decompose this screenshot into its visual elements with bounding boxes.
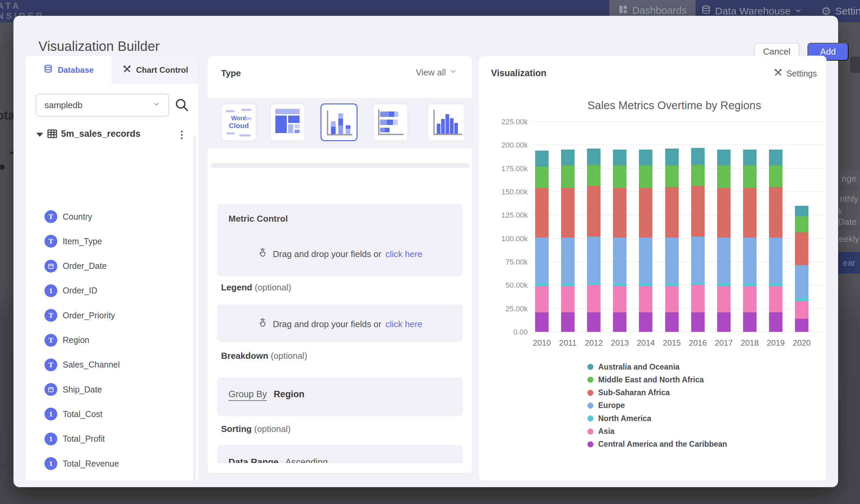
bar-segment[interactable]	[769, 286, 783, 312]
bar-segment[interactable]	[769, 165, 783, 187]
group-by-label[interactable]: Group By	[228, 389, 267, 401]
bar-segment[interactable]	[795, 298, 808, 301]
view-all-button[interactable]: View all	[416, 67, 457, 78]
background-button-5[interactable]: ear	[838, 252, 860, 274]
bar-segment[interactable]	[535, 283, 549, 286]
chart-type-scrollbar[interactable]	[211, 163, 470, 168]
bar-segment[interactable]	[613, 165, 627, 188]
bar-segment[interactable]	[561, 283, 575, 286]
bar-segment[interactable]	[795, 232, 808, 265]
field-item-sales_channel[interactable]: TSales_Channel	[26, 358, 199, 372]
breakdown-groupby-box[interactable]: Group By Region	[217, 378, 463, 416]
click-here-link[interactable]: click here	[386, 319, 422, 330]
bar-segment[interactable]	[587, 165, 601, 186]
bar-segment[interactable]	[639, 149, 653, 165]
bar-segment[interactable]	[587, 312, 601, 332]
bar-segment[interactable]	[691, 236, 705, 282]
field-item-region[interactable]: TRegion	[26, 333, 199, 348]
bar-segment[interactable]	[795, 265, 808, 298]
bar-segment[interactable]	[743, 188, 757, 237]
metric-control-dropzone[interactable]: Metric Control Drag and drop your fields…	[217, 204, 463, 277]
background-button-1[interactable]: nge	[838, 170, 860, 187]
bar-segment[interactable]	[535, 150, 549, 167]
bar-segment[interactable]	[769, 187, 783, 237]
kebab-menu-icon[interactable]	[176, 128, 187, 142]
bar-segment[interactable]	[535, 167, 549, 188]
bar-segment[interactable]	[561, 312, 575, 332]
bar-segment[interactable]	[665, 165, 679, 187]
bar-segment[interactable]	[665, 148, 679, 165]
bar-segment[interactable]	[561, 149, 575, 165]
bar-segment[interactable]	[717, 149, 731, 165]
bar-segment[interactable]	[613, 188, 627, 237]
bar-segment[interactable]	[561, 237, 575, 283]
bar-segment[interactable]	[769, 312, 783, 332]
bar-segment[interactable]	[691, 165, 705, 186]
bar-segment[interactable]	[587, 282, 601, 285]
bar-segment[interactable]	[795, 319, 808, 332]
sorting-box[interactable]: Data Range Ascending	[217, 445, 463, 463]
field-item-country[interactable]: TCountry	[26, 209, 199, 224]
field-item-total_profit[interactable]: 1Total_Profit	[26, 432, 199, 446]
tab-database[interactable]: Database	[26, 56, 112, 84]
bar-segment[interactable]	[769, 237, 783, 283]
field-item-unit_cost[interactable]: 1Unit_Cost	[26, 481, 199, 481]
field-item-item_type[interactable]: TItem_Type	[26, 234, 199, 249]
background-button-4[interactable]: eekly	[838, 230, 860, 248]
bar-segment[interactable]	[665, 286, 679, 312]
search-icon[interactable]	[174, 97, 190, 113]
bar-segment[interactable]	[665, 187, 679, 237]
bar-segment[interactable]	[639, 312, 653, 332]
bar-segment[interactable]	[743, 286, 757, 312]
bar-segment[interactable]	[535, 312, 549, 332]
bar-segment[interactable]	[717, 312, 731, 332]
bar-segment[interactable]	[613, 312, 627, 332]
bar-segment[interactable]	[717, 237, 731, 283]
bar-segment[interactable]	[613, 149, 627, 165]
bar-segment[interactable]	[535, 188, 549, 237]
chart-type-treemap[interactable]	[270, 103, 305, 141]
bar-segment[interactable]	[587, 186, 601, 236]
chart-type-column[interactable]	[427, 103, 464, 141]
bar-segment[interactable]	[639, 283, 653, 286]
bar-segment[interactable]	[639, 165, 653, 188]
bar-segment[interactable]	[535, 286, 549, 312]
bar-segment[interactable]	[613, 237, 627, 283]
tab-chart-control[interactable]: Chart Control	[112, 56, 199, 84]
field-item-order_date[interactable]: Order_Date	[26, 259, 199, 274]
bar-segment[interactable]	[717, 283, 731, 286]
database-select[interactable]: sampledb	[36, 93, 169, 117]
settings-button[interactable]: Settings	[774, 68, 817, 79]
bar-segment[interactable]	[665, 283, 679, 286]
bar-segment[interactable]	[769, 149, 783, 165]
bar-segment[interactable]	[743, 149, 757, 165]
bar-segment[interactable]	[769, 283, 783, 286]
bar-segment[interactable]	[795, 216, 808, 232]
bar-segment[interactable]	[743, 283, 757, 286]
bar-segment[interactable]	[665, 312, 679, 332]
bar-segment[interactable]	[535, 237, 549, 283]
bar-segment[interactable]	[561, 165, 575, 188]
bar-segment[interactable]	[587, 236, 601, 282]
bar-segment[interactable]	[639, 237, 653, 283]
bar-segment[interactable]	[613, 286, 627, 312]
bar-segment[interactable]	[717, 286, 731, 312]
bar-segment[interactable]	[717, 188, 731, 237]
bar-segment[interactable]	[743, 237, 757, 283]
bar-segment[interactable]	[691, 285, 705, 312]
bar-segment[interactable]	[691, 186, 705, 236]
bar-segment[interactable]	[587, 285, 601, 312]
legend-dropzone[interactable]: Drag and drop your fields or click here	[217, 305, 463, 342]
bar-segment[interactable]	[743, 165, 757, 188]
bar-segment[interactable]	[691, 148, 705, 165]
field-item-total_revenue[interactable]: 1Total_Revenue	[26, 456, 199, 471]
bar-segment[interactable]	[795, 206, 808, 217]
bar-segment[interactable]	[587, 148, 601, 164]
bar-segment[interactable]	[613, 283, 627, 286]
left-panel-scrollbar[interactable]	[193, 135, 196, 481]
background-button-2[interactable]: nthly	[838, 190, 860, 207]
bar-segment[interactable]	[561, 188, 575, 237]
bar-segment[interactable]	[561, 286, 575, 312]
bar-segment[interactable]	[639, 188, 653, 237]
bar-segment[interactable]	[665, 237, 679, 283]
